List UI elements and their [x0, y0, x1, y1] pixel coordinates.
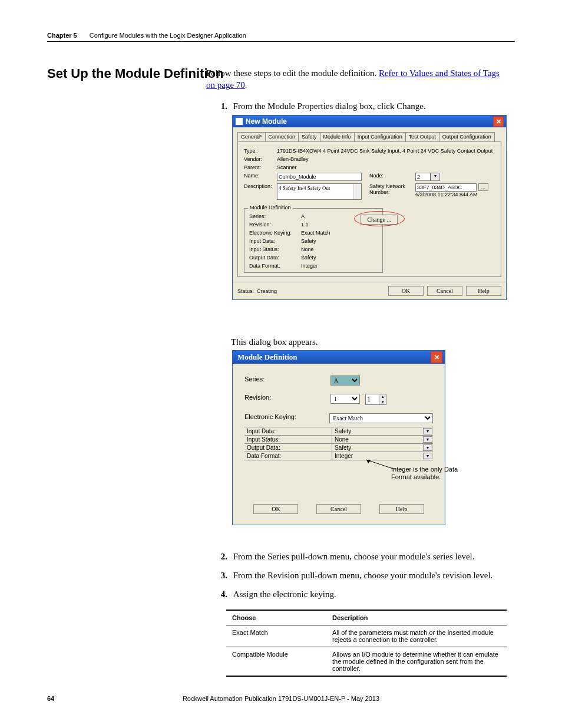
chapter-title: Configure Modules with the Logix Designe… [90, 32, 246, 39]
type-value: 1791DS-IB4XOW4 4 Point 24VDC Sink Safety… [277, 148, 492, 154]
step-4: 4. Assign the electronic keying. [217, 589, 336, 599]
ok-button[interactable]: OK [253, 504, 298, 514]
revision-minor-spinner[interactable]: ▴▾ [365, 394, 386, 405]
snn-input[interactable]: 33F7_034D_A5DC [415, 183, 477, 192]
snn-more-button[interactable]: ... [478, 183, 489, 191]
dialog-appears-text: This dialog box appears. [231, 337, 318, 347]
ek-row1-desc: Allows an I/O module to determine whethe… [326, 647, 507, 677]
status-value: Creating [257, 288, 277, 294]
page-header: Chapter 5 Configure Modules with the Log… [47, 32, 515, 42]
publication-id: Rockwell Automation Publication 1791DS-U… [183, 695, 379, 702]
new-module-titlebar: New Module ✕ [233, 116, 506, 127]
moddef-grid: Input Data:Safety▾ Input Status:None▾ Ou… [244, 427, 433, 460]
md-inputstatus-value: None [301, 246, 314, 252]
md-ek-label: Electronic Keying: [249, 230, 301, 236]
moddef-titlebar: Module Definition ✕ [233, 351, 445, 364]
close-icon[interactable]: ✕ [431, 351, 442, 363]
module-definition-group-label: Module Definition [248, 205, 293, 210]
dataformat-cell[interactable]: Integer▾ [332, 452, 434, 460]
ek-th-desc: Description [326, 610, 507, 625]
ok-button[interactable]: OK [388, 286, 424, 296]
snn-time: 6/3/2008 11:22:34.844 AM [415, 192, 478, 197]
moddef-title: Module Definition [237, 353, 297, 362]
tab-input-conf[interactable]: Input Configuration [354, 132, 406, 141]
module-definition-group: Module Definition Series:A Revision:1.1 … [244, 208, 383, 273]
tab-safety[interactable]: Safety [298, 132, 320, 141]
help-button[interactable]: Help [466, 286, 501, 296]
step-1: 1. From the Module Properties dialog box… [217, 101, 426, 111]
md-series-label: Series: [249, 213, 301, 219]
parent-value: Scanner [277, 164, 297, 170]
node-select[interactable]: 2▾ [415, 173, 440, 181]
ek-row0-desc: All of the parameters must match or the … [326, 625, 507, 647]
md-ek-value: Exact Match [301, 230, 330, 236]
tab-connection[interactable]: Connection [265, 132, 299, 141]
revision-label: Revision: [244, 394, 330, 405]
description-input[interactable]: 4 Safety In/4 Safety Out [277, 183, 362, 200]
tab-test-output[interactable]: Test Output [405, 132, 439, 141]
vendor-value: Allen-Bradley [277, 156, 309, 162]
md-dataformat-value: Integer [301, 263, 318, 269]
step-2-text: From the Series pull-down menu, choose y… [233, 552, 475, 561]
description-label: Description: [244, 183, 277, 189]
md-outputdata-label: Output Data: [249, 255, 301, 261]
step-4-num: 4. [217, 589, 227, 599]
intro-period: . [245, 80, 247, 90]
callout-text: Integer is the only Data Format availabl… [391, 466, 474, 481]
outputdata-cell[interactable]: Safety▾ [332, 444, 434, 452]
close-icon[interactable]: ✕ [493, 116, 504, 127]
tab-strip: General* Connection Safety Module Info I… [237, 132, 501, 141]
inputstatus-label: Input Status: [244, 436, 332, 444]
status-label: Status: [237, 288, 254, 294]
series-select[interactable]: A [330, 375, 360, 386]
outputdata-label: Output Data: [244, 444, 332, 452]
md-outputdata-value: Safety [301, 255, 316, 261]
ek-label: Electronic Keying: [244, 413, 329, 423]
md-series-value: A [301, 213, 305, 219]
page-footer: 64 Rockwell Automation Publication 1791D… [47, 695, 515, 702]
scrollbar[interactable] [353, 184, 361, 199]
page-number: 64 [47, 695, 54, 702]
md-revision-label: Revision: [249, 222, 301, 228]
vendor-label: Vendor: [244, 156, 277, 162]
app-icon [235, 117, 243, 126]
md-revision-value: 1.1 [301, 222, 309, 228]
intro-paragraph: Follow these steps to edit the module de… [206, 67, 501, 91]
type-label: Type: [244, 148, 277, 154]
revision-major-select[interactable]: 1 [330, 394, 360, 404]
ek-row0-choose: Exact Match [226, 625, 326, 647]
step-2: 2. From the Series pull-down menu, choos… [217, 552, 474, 562]
electronic-keying-table: Choose Description Exact Match All of th… [226, 610, 507, 677]
help-button[interactable]: Help [379, 504, 424, 514]
ek-th-choose: Choose [226, 610, 326, 625]
cancel-button[interactable]: Cancel [427, 286, 462, 296]
name-input[interactable]: Combo_Module [277, 173, 362, 181]
step-4-text: Assign the electronic keying. [233, 589, 336, 599]
chapter-number: Chapter 5 [47, 32, 77, 39]
step-3-text: From the Revision pull-down menu, choose… [233, 571, 493, 580]
md-inputdata-label: Input Data: [249, 238, 301, 244]
step-2-num: 2. [217, 552, 227, 562]
change-button[interactable]: Change ... [361, 215, 398, 225]
md-inputdata-value: Safety [301, 238, 316, 244]
description-value: 4 Safety In/4 Safety Out [279, 185, 330, 191]
name-label: Name: [244, 173, 277, 181]
snn-label: Safety Network Number: [369, 183, 415, 195]
ek-row1-choose: Compatible Module [226, 647, 326, 677]
intro-lead: Follow these steps to edit the module de… [206, 68, 379, 78]
tab-module-info[interactable]: Module Info [320, 132, 355, 141]
inputdata-cell[interactable]: Safety▾ [332, 427, 434, 436]
new-module-dialog: New Module ✕ General* Connection Safety … [232, 115, 507, 300]
tab-general[interactable]: General* [237, 132, 266, 141]
tab-output-conf[interactable]: Output Configuration [439, 132, 495, 141]
step-3: 3. From the Revision pull-down menu, cho… [217, 571, 492, 581]
md-dataformat-label: Data Format: [249, 263, 301, 269]
status-row: Status: Creating OK Cancel Help [233, 282, 506, 299]
ek-select[interactable]: Exact Match [329, 413, 433, 423]
module-definition-dialog: Module Definition ✕ Series: A Revision: … [232, 350, 445, 525]
inputstatus-cell[interactable]: None▾ [332, 436, 434, 444]
general-panel: Type:1791DS-IB4XOW4 4 Point 24VDC Sink S… [237, 141, 501, 277]
cancel-button[interactable]: Cancel [316, 504, 361, 514]
section-heading: Set Up the Module Definition [47, 66, 223, 81]
dataformat-label: Data Format: [244, 452, 332, 460]
